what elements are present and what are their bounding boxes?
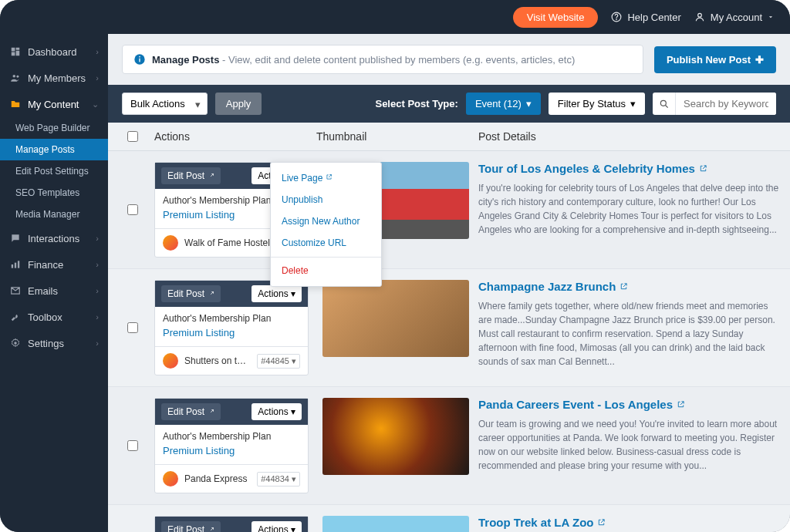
svg-point-11 [139,56,140,58]
post-title-link[interactable]: Champagne Jazz Brunch [478,280,779,293]
plan-link[interactable]: Premium Listing [155,445,308,464]
banner-title: Manage Posts [152,54,219,66]
table-row: Edit Post Actions ▾ Author's Membership … [108,269,790,387]
post-description: Our team is growing and we need you! You… [478,417,779,473]
actions-dropdown-menu: Live Page Unpublish Assign New Author Cu… [270,162,382,287]
chevron-right-icon: › [96,312,99,322]
row-checkbox[interactable] [127,440,138,451]
svg-rect-7 [18,261,19,268]
chevron-down-icon [767,13,775,21]
table-row: Edit Post Actions ▾ Author's Membership … [108,505,790,532]
nav-emails[interactable]: Emails › [0,278,108,304]
event-label: Event (12) [475,98,522,109]
chevron-right-icon: › [96,286,99,295]
dd-customize-url[interactable]: Customize URL [271,232,381,254]
search-input[interactable] [676,93,776,115]
plan-label: Author's Membership Plan [155,307,308,327]
help-center-link[interactable]: Help Center [610,11,680,23]
post-title-link[interactable]: Panda Careers Event - Los Angeles [478,398,779,411]
dd-label: Live Page [282,173,322,184]
nav-content[interactable]: My Content ⌄ [0,91,108,117]
my-account-dropdown[interactable]: My Account [694,11,775,23]
nav-label: Interactions [28,233,79,244]
svg-point-12 [660,100,666,106]
row-checkbox[interactable] [127,322,138,333]
filter-by-status-dropdown[interactable]: Filter By Status▾ [549,93,645,115]
gear-icon [9,337,22,349]
chevron-down-icon: ⌄ [92,99,99,109]
dd-unpublish[interactable]: Unpublish [271,189,381,210]
info-icon [133,53,146,66]
folder-icon [9,98,22,110]
post-title-link[interactable]: Troop Trek at LA Zoo [478,516,779,529]
row-actions-dropdown[interactable]: Actions ▾ [252,521,302,532]
sub-seo-templates[interactable]: SEO Templates [0,182,108,204]
bulk-actions-select[interactable]: Bulk Actions [122,93,208,115]
chevron-right-icon: › [96,234,99,243]
user-icon [694,11,706,23]
action-card: Edit Post Actions ▾ Author's Membership … [154,516,309,532]
col-details-header: Post Details [471,130,779,143]
thumbnail[interactable] [322,398,469,475]
select-post-type-label: Select Post Type: [375,98,457,109]
search-icon[interactable] [653,93,676,115]
dd-assign-author[interactable]: Assign New Author [271,210,381,232]
members-icon [9,72,22,84]
author-avatar [163,471,178,487]
nav-finance[interactable]: Finance › [0,251,108,278]
finance-icon [9,258,22,271]
author-name: Shutters on the Bea... [184,355,251,366]
nav-label: Settings [28,338,64,349]
edit-post-button[interactable]: Edit Post [161,167,221,184]
sidebar: Dashboard › My Members › My Content ⌄ We… [0,34,108,532]
banner-desc: - View, edit and delete content publishe… [219,54,575,66]
nav-dashboard[interactable]: Dashboard › [0,39,108,65]
sub-web-page-builder[interactable]: Web Page Builder [0,117,108,139]
chevron-right-icon: › [96,73,99,82]
apply-button[interactable]: Apply [215,93,262,115]
publish-label: Publish New Post [667,54,751,66]
svg-rect-10 [139,59,140,62]
sub-manage-posts[interactable]: Manage Posts [0,139,108,160]
nav-settings[interactable]: Settings › [0,330,108,356]
info-banner: Manage Posts - View, edit and delete con… [122,45,643,74]
row-checkbox[interactable] [127,204,138,215]
search-wrapper [653,93,776,115]
toolbar: Bulk Actions Apply Select Post Type: Eve… [108,85,790,123]
select-all-checkbox[interactable] [127,131,138,142]
filter-label: Filter By Status [558,98,626,109]
chevron-right-icon: › [96,47,99,56]
edit-post-button[interactable]: Edit Post [161,403,221,420]
svg-rect-5 [12,264,13,268]
sub-edit-post-settings[interactable]: Edit Post Settings [0,160,108,182]
nav-members[interactable]: My Members › [0,65,108,91]
author-id: #44834 ▾ [257,472,300,487]
thumbnail[interactable] [322,280,469,357]
plus-icon: ✚ [755,54,764,66]
table-row: Edit Post Actions ▾ Author's Membership … [108,387,790,505]
svg-point-3 [13,75,16,78]
visit-website-button[interactable]: Visit Website [513,7,599,28]
dd-delete[interactable]: Delete [271,257,381,281]
nav-label: Emails [28,285,58,297]
post-title-link[interactable]: Tour of Los Angeles & Celebrity Homes [478,162,779,175]
thumbnail[interactable]: LOS ANGELES ZOO [322,516,469,532]
dd-live-page[interactable]: Live Page [271,167,381,189]
row-actions-dropdown[interactable]: Actions ▾ [252,403,302,420]
table-row: Edit Post Actions ▾ Author's Membership … [108,151,790,269]
post-type-dropdown[interactable]: Event (12)▾ [466,93,541,115]
email-icon [9,285,22,297]
action-card: Edit Post Actions ▾ Author's Membership … [154,280,309,375]
publish-new-post-button[interactable]: Publish New Post ✚ [654,46,776,73]
nav-label: Finance [28,259,63,271]
row-actions-dropdown[interactable]: Actions ▾ [252,285,302,302]
nav-toolbox[interactable]: Toolbox › [0,304,108,330]
svg-point-4 [16,76,19,78]
chevron-right-icon: › [96,260,99,269]
plan-link[interactable]: Premium Listing [155,327,308,346]
nav-interactions[interactable]: Interactions › [0,225,108,251]
edit-post-button[interactable]: Edit Post [161,285,221,302]
sub-media-manager[interactable]: Media Manager [0,204,108,225]
edit-post-button[interactable]: Edit Post [161,521,221,532]
author-avatar [163,353,178,369]
